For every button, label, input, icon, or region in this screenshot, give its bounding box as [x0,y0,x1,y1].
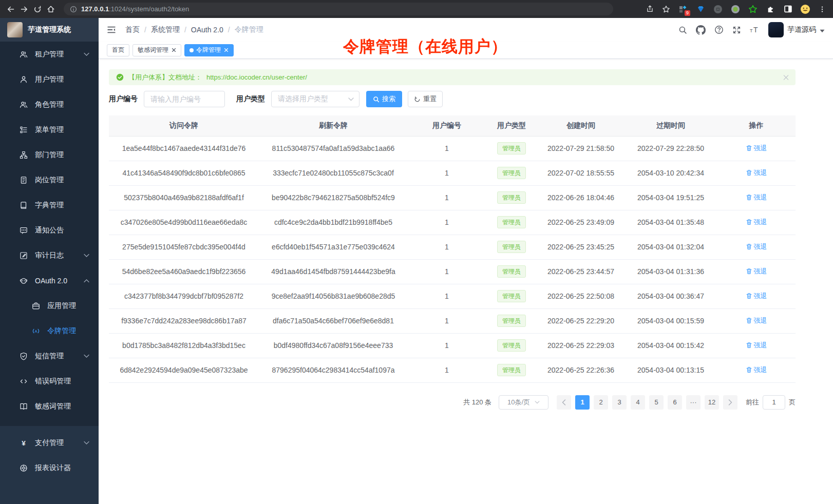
force-logout-button[interactable]: 强退 [746,292,767,301]
sidebar-item-dict[interactable]: 字典管理 [0,192,99,218]
alert-close-icon[interactable] [783,74,789,80]
page-button-4[interactable]: 4 [631,395,645,410]
force-logout-button[interactable]: 强退 [746,144,767,153]
created-time-cell: 2022-07-29 21:58:50 [537,136,624,161]
home-icon[interactable] [44,3,58,16]
force-logout-button[interactable]: 强退 [746,193,767,202]
page-info-icon[interactable] [70,6,77,13]
force-logout-label: 强退 [754,365,767,375]
sidebar-item-menu[interactable]: 菜单管理 [0,117,99,142]
access-token-cell: c342377bf8b344799dcbf7bf095287f2 [109,284,259,308]
user-id-cell: 1 [408,358,486,382]
table-row: 275e5de9151045fe87cbdc395e004f4de6cfd40e… [109,235,796,259]
sidebar-item-pay[interactable]: ¥支付管理 [0,430,99,455]
sidebar-item-report[interactable]: 报表设计器 [0,455,99,480]
bookmark-star-icon[interactable] [659,3,673,16]
extension-record-icon[interactable] [728,3,743,16]
tab-close-icon[interactable] [224,48,229,52]
fullscreen-icon[interactable] [732,26,741,34]
sidebar-item-audit[interactable]: 审计日志 [0,243,99,268]
reload-icon[interactable] [31,3,44,16]
sidebar-item-post[interactable]: 岗位管理 [0,167,99,192]
robot-icon [20,277,28,285]
sidebar-item-oauth2-token[interactable]: A令牌管理 [0,318,99,343]
user-type-badge: 管理员 [497,191,526,204]
goto-page-input[interactable] [763,395,785,410]
book-icon [20,402,28,411]
page-button-12[interactable]: 12 [705,395,719,410]
user-menu[interactable]: 芋道源码 [768,22,825,37]
user-type-placeholder: 请选择用户类型 [278,94,348,104]
back-icon[interactable] [4,3,17,16]
trash-icon [746,366,752,373]
table-row: f9336e7c7dd242a283ee98dc86b17a87dfa6c71a… [109,308,796,333]
browser-menu-icon[interactable] [816,3,829,16]
github-icon[interactable] [696,25,706,35]
search-button[interactable]: 搜索 [366,91,402,107]
tab-敏感词管理[interactable]: 敏感词管理 [132,44,181,56]
profile-emoji-icon[interactable] [798,3,812,16]
breadcrumb-item[interactable]: 系统管理 [151,25,180,34]
tab-首页[interactable]: 首页 [107,44,129,56]
page-size-select[interactable]: 10条/页 [499,395,548,410]
sidebar-item-oauth2[interactable]: OAuth 2.0 [0,268,99,293]
trash-icon [746,243,752,250]
page-button-2[interactable]: 2 [594,395,608,410]
extension-dark-circle-icon[interactable] [711,3,725,16]
sidebar-item-user[interactable]: 用户管理 [0,67,99,92]
page-size-value: 10条/页 [507,398,530,407]
extension-gem-icon[interactable] [693,3,708,16]
force-logout-button[interactable]: 强退 [746,341,767,350]
extension-star-icon[interactable] [746,3,760,16]
force-logout-button[interactable]: 强退 [746,316,767,325]
alert-link[interactable]: https://doc.iocoder.cn/user-center/ [206,73,307,81]
sidebar-item-tenant[interactable]: 租户管理 [0,42,99,67]
force-logout-button[interactable]: 强退 [746,267,767,276]
user-id-input[interactable] [144,91,225,107]
sidebar-item-oauth2-app[interactable]: 应用管理 [0,293,99,318]
page-button-5[interactable]: 5 [649,395,664,410]
user-type-select[interactable]: 请选择用户类型 [271,91,359,107]
page-button-1[interactable]: 1 [575,395,590,410]
refresh-token-cell: 8796295f04064c2983414cc54af1097a [259,358,408,382]
page-button-6[interactable]: 6 [668,395,682,410]
sidebar-item-role[interactable]: 角色管理 [0,92,99,117]
page-ellipsis[interactable]: ··· [686,395,701,410]
sidebar-item-dept[interactable]: 部门管理 [0,142,99,167]
forward-icon[interactable] [17,3,31,16]
reset-button[interactable]: 重置 [408,91,443,107]
force-logout-button[interactable]: 强退 [746,365,767,375]
extension-splitscreen-icon[interactable] [781,3,795,16]
user-type-badge: 管理员 [497,364,526,376]
search-icon[interactable] [678,26,687,34]
force-logout-button[interactable]: 强退 [746,168,767,178]
extension-proxy-icon[interactable]: 9 [676,3,690,16]
breadcrumb-item[interactable]: 首页 [125,25,140,34]
extension-puzzle-icon[interactable] [763,3,778,16]
app-logo-bar[interactable]: 芋道管理系统 [0,18,99,42]
force-logout-button[interactable]: 强退 [746,218,767,227]
sidebar-item-errcode[interactable]: 错误码管理 [0,369,99,394]
table-row: b0d1785bc3a8482f812db4a3f3bd15ecb0df4980… [109,333,796,358]
tab-close-icon[interactable] [172,48,176,52]
user-type-badge: 管理员 [497,167,526,179]
help-icon[interactable] [714,25,724,34]
sidebar-item-sensitive[interactable]: 敏感词管理 [0,394,99,419]
sidebar-item-notice[interactable]: 通知公告 [0,218,99,243]
sidebar-item-label: 角色管理 [35,100,64,109]
breadcrumb-item[interactable]: OAuth 2.0 [191,26,223,34]
font-size-icon[interactable]: TT [750,26,760,34]
created-time-cell: 2022-06-26 18:04:46 [537,185,624,210]
chevron-down-icon [535,401,540,404]
user-id-cell: 1 [408,308,486,333]
page-button-3[interactable]: 3 [612,395,627,410]
column-header: 访问令牌 [109,115,259,136]
prev-page-button[interactable] [557,395,571,410]
share-icon[interactable] [643,3,656,16]
tab-令牌管理[interactable]: 令牌管理 [184,44,234,56]
collapse-menu-icon[interactable] [107,25,116,34]
force-logout-button[interactable]: 强退 [746,242,767,251]
address-bar[interactable]: 127.0.0.1:1024/system/oauth2/token [64,3,613,15]
sidebar-item-sms[interactable]: 短信管理 [0,343,99,369]
next-page-button[interactable] [723,395,737,410]
